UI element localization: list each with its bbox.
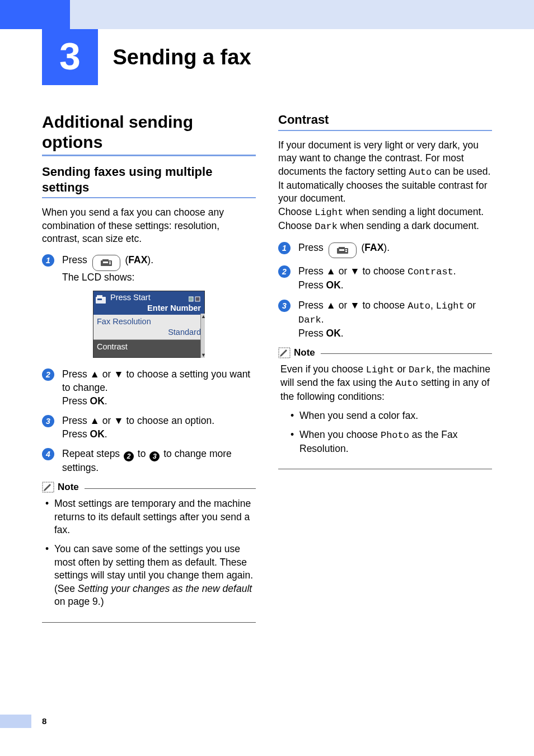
step-2: 2 Press ▲ or ▼ to choose a setting you w… — [42, 368, 256, 408]
header-band — [0, 0, 534, 29]
step-text: Press (FAX). The LCD shows: — [62, 254, 153, 284]
note-item: Most settings are temporary and the mach… — [44, 497, 256, 537]
svg-rect-8 — [189, 297, 193, 301]
note-rule — [85, 488, 256, 489]
svg-rect-14 — [345, 249, 347, 250]
contrast-intro: If your document is very light or very d… — [278, 139, 492, 206]
step-2: 2 Press ▲ or ▼ to choose Contrast. Press… — [278, 265, 492, 292]
note-title: Note — [294, 347, 315, 358]
note-rule — [321, 353, 492, 354]
note-item: You can save some of the settings you us… — [44, 543, 256, 609]
svg-rect-6 — [97, 295, 102, 298]
svg-rect-3 — [109, 262, 111, 263]
start-squares-icon — [189, 294, 201, 305]
header-accent — [0, 0, 70, 29]
up-arrow-icon: ▲ — [90, 368, 100, 380]
ref-step-2-icon: 2 — [124, 451, 134, 461]
note-item: When you choose Photo as the Fax Resolut… — [289, 428, 492, 456]
right-column: Contrast If your document is very light … — [278, 112, 492, 623]
fax-button-icon — [92, 255, 120, 271]
step-3: 3 Press ▲ or ▼ to choose an option. Pres… — [42, 414, 256, 441]
step-text: Press ▲ or ▼ to choose a setting you wan… — [62, 368, 256, 408]
step-number-icon: 2 — [278, 265, 291, 278]
up-arrow-icon: ▲ — [326, 300, 336, 311]
note-block: Note Even if you choose Light or Dark, t… — [278, 347, 492, 470]
up-arrow-icon: ▲ — [326, 265, 336, 277]
section-heading: Additional sending options — [42, 112, 256, 152]
svg-rect-2 — [103, 262, 108, 263]
intro-text: When you send a fax you can choose any c… — [42, 206, 256, 246]
step-number-icon: 3 — [278, 300, 291, 312]
step-number-icon: 2 — [42, 368, 54, 381]
step-number-icon: 4 — [42, 448, 54, 460]
chapter-number: 3 — [42, 29, 98, 85]
lcd-header: Press Start Enter Number — [93, 291, 204, 315]
subsection-heading: Sending faxes using multiple settings — [42, 164, 256, 195]
down-arrow-icon: ▼ — [114, 415, 123, 426]
lcd-display: Press Start Enter Number Fax Resolution … — [93, 291, 205, 358]
step-number-icon: 1 — [42, 254, 54, 267]
section-rule — [42, 155, 256, 156]
step-text: Press ▲ or ▼ to choose an option. Press … — [62, 414, 214, 441]
step-number-icon: 1 — [278, 242, 291, 254]
scroll-up-icon: ▲ — [201, 314, 205, 319]
down-arrow-icon: ▼ — [114, 368, 123, 380]
scroll-down-icon: ▼ — [201, 352, 205, 358]
step-text: Repeat steps 2 to 3 to change more setti… — [62, 447, 256, 475]
up-arrow-icon: ▲ — [90, 415, 100, 426]
step-text: Press ▲ or ▼ to choose Auto, Light or Da… — [298, 299, 492, 340]
svg-rect-9 — [195, 297, 200, 301]
svg-rect-4 — [109, 263, 111, 264]
note-item: When you send a color fax. — [289, 409, 492, 423]
step-3: 3 Press ▲ or ▼ to choose Auto, Light or … — [278, 299, 492, 340]
note-paragraph: Even if you choose Light or Dark, the ma… — [278, 363, 492, 404]
footer-accent — [0, 715, 31, 728]
svg-rect-7 — [97, 298, 102, 300]
fax-machine-icon — [96, 295, 107, 304]
contrast-dark-hint: Choose Dark when sending a dark document… — [278, 220, 492, 234]
step-text: Press (FAX). — [298, 241, 390, 259]
lcd-scrollbar: ▲ ▼ — [200, 314, 205, 358]
contrast-light-hint: Choose Light when sending a light docume… — [278, 206, 492, 220]
lcd-enter-number: Enter Number — [110, 303, 201, 314]
step-1: 1 Press (FAX). The LCD shows: — [42, 254, 256, 284]
note-title: Note — [58, 482, 79, 493]
step-4: 4 Repeat steps 2 to 3 to change more set… — [42, 447, 256, 475]
lcd-item-contrast: Contrast — [93, 340, 204, 358]
down-arrow-icon: ▼ — [350, 265, 359, 277]
chapter-heading: 3 Sending a fax — [42, 29, 251, 85]
note-block: Note Most settings are temporary and the… — [42, 482, 256, 623]
step-number-icon: 3 — [42, 415, 54, 427]
subsection-rule — [278, 130, 492, 131]
step-text: Press ▲ or ▼ to choose Contrast. Press O… — [298, 265, 456, 292]
svg-rect-15 — [345, 251, 347, 252]
subsection-rule — [42, 197, 256, 198]
svg-rect-13 — [339, 249, 344, 251]
down-arrow-icon: ▼ — [350, 300, 359, 311]
note-pencil-icon — [42, 482, 54, 493]
page-number: 8 — [42, 716, 46, 726]
note-pencil-icon — [278, 347, 291, 358]
chapter-title: Sending a fax — [113, 45, 251, 69]
lcd-item-fax-resolution: Fax Resolution Standard — [93, 315, 204, 340]
ref-step-3-icon: 3 — [149, 451, 160, 461]
step-1: 1 Press (FAX). — [278, 241, 492, 259]
left-column: Additional sending options Sending faxes… — [42, 112, 256, 623]
subsection-heading: Contrast — [278, 112, 492, 128]
fax-button-icon — [329, 242, 357, 259]
